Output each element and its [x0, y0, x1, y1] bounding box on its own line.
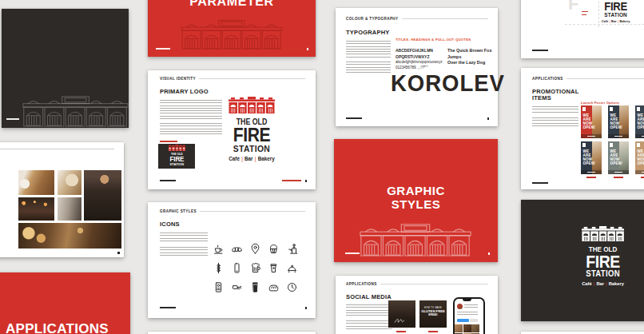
section-header: GRAPHIC STYLES — [160, 209, 305, 213]
launch-poster-1: WEARENOWOPEN! — [581, 105, 602, 138]
pint-glass-icon — [249, 281, 261, 293]
bartender-icon — [286, 243, 298, 255]
slide-applications-cover: APPLICATIONS — [0, 272, 130, 334]
section-header: VISUAL IDENTITY — [160, 77, 305, 81]
icon-set-grid — [209, 239, 301, 296]
logo-tagline: Café | Bar | Bakery — [228, 156, 276, 161]
photo-bread — [58, 170, 81, 195]
section-rule — [566, 78, 644, 79]
logo-building-icon — [582, 226, 624, 241]
type-usage-label: TITLES, HEADINGS & PULL-OUT QUOTES — [396, 38, 471, 42]
building-line-art — [22, 94, 129, 127]
launch-poster-3: WEARENOWOPEN! — [635, 105, 644, 138]
launch-poster-6: WEARENOWOPEN! — [635, 141, 644, 174]
coffee-cup-icon — [213, 243, 225, 255]
smartphone-icon — [231, 262, 243, 274]
section-rule — [402, 18, 488, 19]
poster-logo-mark — [610, 143, 613, 147]
footer-microtext — [345, 252, 360, 254]
measurement-note-red — [582, 11, 588, 12]
poster-logo-mark — [637, 143, 640, 147]
pangram: The Quick Brown Fox Jumps Over the Lazy … — [447, 48, 498, 66]
cupcake-icon — [268, 243, 280, 255]
clearspace-guide-h — [565, 24, 644, 25]
logo-lockup-partial: THE OLD FIRE STATION Café | Bar | Bakery — [601, 0, 630, 22]
slide-heading: ICONS — [160, 221, 180, 228]
parameter-title: PARAMETER — [148, 0, 316, 8]
page-number — [307, 48, 309, 50]
post-caption — [428, 331, 438, 332]
slide-typography: COLOUR & TYPOGRAPHY TYPOGRAPHY TITLES, H… — [336, 8, 498, 126]
section-title: VISUAL IDENTITY — [160, 77, 196, 81]
photo-barista-portrait — [84, 170, 121, 221]
page-number — [305, 180, 308, 182]
slide-heading: PROMOTIONAL ITEMS — [532, 89, 578, 101]
slide-heading: TYPOGRAPHY — [346, 30, 390, 36]
croissant-icon — [231, 243, 243, 255]
poster-logo-mark — [582, 107, 586, 111]
section-title: COLOUR & TYPOGRAPHY — [346, 17, 399, 21]
logo-building-icon — [229, 97, 275, 113]
photo-interior-lights — [18, 197, 54, 221]
page-number — [488, 252, 491, 255]
page-number — [487, 117, 490, 120]
launch-poster-4: WEARENOWOPEN! — [581, 141, 602, 174]
body-text-placeholder — [532, 106, 578, 114]
clock-icon — [286, 281, 298, 293]
poster-caption — [614, 177, 623, 178]
type-specimen: ABCDEFGHIJKLMN OPQRSTUVWXYZ abcdefghijkl… — [396, 48, 442, 71]
ig-profile-stats — [464, 304, 478, 309]
footer-microtext — [160, 180, 176, 181]
poster-caption — [641, 177, 644, 178]
footer-microtext — [160, 307, 176, 308]
skewer-icon — [213, 262, 225, 274]
cloche-icon — [286, 262, 298, 274]
location-pin-icon — [249, 243, 261, 255]
ig-profile-avatar — [457, 304, 463, 309]
footer-microtext — [532, 50, 548, 51]
launch-poster-2: WEARENOWOPEN! — [608, 105, 629, 138]
social-post-gluten-free: HOW TO MAKE GLUTEN FREE BREAD — [419, 300, 447, 328]
body-text-placeholder — [160, 247, 208, 257]
graphic-styles-title: GRAPHIC STYLES — [334, 185, 498, 211]
section-rule — [380, 284, 488, 284]
slide-heading: PRIMARY LOGO — [160, 89, 209, 95]
applications-cover-title: APPLICATIONS — [6, 322, 109, 334]
slide-photography — [0, 142, 124, 257]
reversed-logo-label — [160, 141, 177, 142]
social-post-barista — [388, 300, 415, 328]
logo-line-2: FIRE — [231, 126, 273, 144]
phone-mockup — [453, 297, 485, 334]
photo-food-table — [18, 170, 54, 195]
slide-footer — [345, 252, 490, 255]
slide-social-media: APPLICATIONS SOCIAL MEDIA HOW TO MAKE GL… — [336, 276, 498, 334]
body-text-placeholder — [532, 117, 578, 128]
post-caption — [396, 331, 406, 332]
body-text-placeholder — [346, 41, 391, 58]
poster-caption — [586, 177, 596, 178]
slide-dark-logo: THE OLD FIRE STATION Café | Bar | Bakery — [521, 200, 644, 321]
slide-logo-construction: F THE OLD FIRE STATION Café | Bar | Bake… — [521, 0, 644, 58]
footer-microtext — [156, 48, 170, 50]
phone-notch — [463, 299, 471, 301]
footer-note-red — [282, 180, 301, 181]
section-rule — [0, 149, 114, 149]
beer-mug-icon — [249, 262, 261, 274]
body-text-placeholder — [160, 123, 222, 135]
section-rule — [199, 78, 305, 79]
section-title: APPLICATIONS — [532, 77, 563, 81]
logo-lockup-mini: THE OLD FIRE STATION — [168, 145, 186, 166]
launch-poster-5: WEARENOWOPEN! — [608, 141, 629, 174]
card-payment-icon — [231, 281, 243, 293]
slide-cover-dark — [2, 9, 129, 128]
specimen-caps-1: ABCDEFGHIJKLMN — [396, 48, 442, 54]
ig-follow-button — [457, 319, 469, 322]
specimen-lowercase: abcdefghijklmnopqrstuvwxyz — [396, 60, 442, 66]
slide-graphic-styles-cover: GRAPHIC STYLES — [334, 139, 498, 262]
body-text-placeholder — [346, 320, 392, 331]
slide-footer — [160, 307, 307, 309]
photo-bar-wide — [18, 223, 121, 249]
slide-footer — [156, 48, 308, 50]
body-text-placeholder — [346, 304, 392, 317]
measurement-note-red — [582, 14, 586, 15]
